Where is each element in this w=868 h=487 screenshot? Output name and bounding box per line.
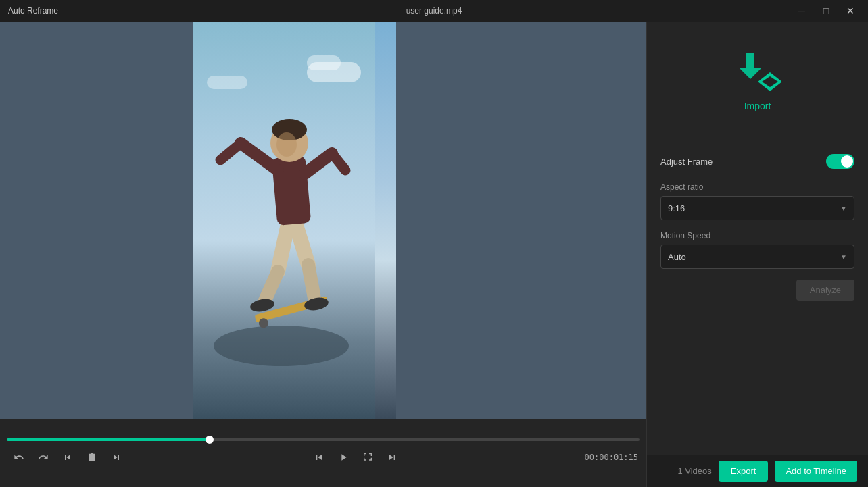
reframe-box <box>193 22 375 419</box>
svg-line-6 <box>295 221 308 265</box>
app-title: Auto Reframe <box>8 6 58 16</box>
export-button[interactable]: Export <box>719 461 769 482</box>
adjust-frame-row: Adjust Frame <box>660 154 854 169</box>
fullscreen-button[interactable] <box>357 446 379 468</box>
svg-point-15 <box>276 132 297 157</box>
controls-row: 00:00:01:15 <box>0 446 646 468</box>
video-count: 1 Videos <box>677 466 711 476</box>
file-title: user guide.mp4 <box>406 6 462 16</box>
right-panel: Import Adjust Frame Aspect ratio 9:16 ▼ <box>646 22 868 487</box>
skateboarder-figure <box>200 35 362 373</box>
aspect-ratio-group: Aspect ratio 9:16 ▼ <box>660 182 854 220</box>
redo-icon <box>38 452 49 463</box>
video-preview <box>0 22 646 419</box>
add-to-timeline-button[interactable]: Add to Timeline <box>775 461 857 482</box>
aspect-ratio-label: Aspect ratio <box>660 182 854 192</box>
next-frame-icon <box>387 452 397 463</box>
motion-speed-dropdown[interactable]: Auto ▼ <box>660 245 854 269</box>
time-display: 00:00:01:15 <box>585 453 638 462</box>
progress-bar-container[interactable] <box>0 438 646 441</box>
motion-speed-label: Motion Speed <box>660 231 854 240</box>
close-button[interactable]: ✕ <box>841 4 860 18</box>
delete-button[interactable] <box>81 446 103 468</box>
progress-bar-track[interactable] <box>7 438 640 441</box>
skip-to-end-button[interactable] <box>105 446 127 468</box>
toggle-knob <box>841 155 853 168</box>
main-layout: 00:00:01:15 Import <box>0 22 868 487</box>
settings-area: Adjust Frame Aspect ratio 9:16 ▼ Motion … <box>647 143 868 455</box>
analyze-button[interactable]: Analyze <box>796 280 854 301</box>
import-area[interactable]: Import <box>647 22 868 143</box>
adjust-frame-label: Adjust Frame <box>660 157 713 167</box>
import-logo <box>734 53 781 94</box>
minimize-button[interactable]: ─ <box>792 4 811 18</box>
play-icon <box>338 452 349 463</box>
skip-end-icon <box>111 452 122 463</box>
window-controls: ─ □ ✕ <box>792 4 860 18</box>
progress-bar-fill <box>7 438 210 441</box>
svg-marker-18 <box>740 53 761 79</box>
bottom-bar: 1 Videos Export Add to Timeline <box>647 455 868 487</box>
undo-button[interactable] <box>8 446 30 468</box>
video-right-letterbox <box>396 22 646 419</box>
video-area: 00:00:01:15 <box>0 22 646 487</box>
svg-line-12 <box>332 153 345 170</box>
fullscreen-icon <box>362 452 373 463</box>
adjust-frame-toggle[interactable] <box>826 154 854 169</box>
video-left-letterbox <box>0 22 193 419</box>
skip-to-start-button[interactable] <box>57 446 78 468</box>
delete-icon <box>87 452 97 463</box>
play-button[interactable] <box>333 446 354 468</box>
import-label[interactable]: Import <box>744 101 771 111</box>
svg-line-5 <box>264 272 278 302</box>
undo-icon <box>14 452 24 463</box>
svg-line-7 <box>308 265 315 302</box>
controls-area: 00:00:01:15 <box>0 419 646 487</box>
analyze-row: Analyze <box>660 280 854 301</box>
svg-point-0 <box>214 326 349 366</box>
aspect-ratio-dropdown[interactable]: 9:16 ▼ <box>660 196 854 220</box>
import-icon-svg <box>734 53 781 94</box>
progress-thumb <box>206 436 214 444</box>
chevron-down-icon: ▼ <box>840 205 847 212</box>
aspect-ratio-value: 9:16 <box>668 203 685 213</box>
prev-frame-button[interactable] <box>308 446 330 468</box>
prev-frame-icon <box>314 452 324 463</box>
chevron-down-icon-2: ▼ <box>840 253 847 261</box>
titlebar: Auto Reframe user guide.mp4 ─ □ ✕ <box>0 0 868 22</box>
maximize-button[interactable]: □ <box>817 4 836 18</box>
svg-line-10 <box>220 143 241 160</box>
svg-line-4 <box>278 224 288 272</box>
redo-button[interactable] <box>32 446 54 468</box>
next-frame-button[interactable] <box>381 446 403 468</box>
motion-speed-group: Motion Speed Auto ▼ <box>660 231 854 269</box>
skip-start-icon <box>62 452 73 463</box>
motion-speed-value: Auto <box>668 252 686 262</box>
